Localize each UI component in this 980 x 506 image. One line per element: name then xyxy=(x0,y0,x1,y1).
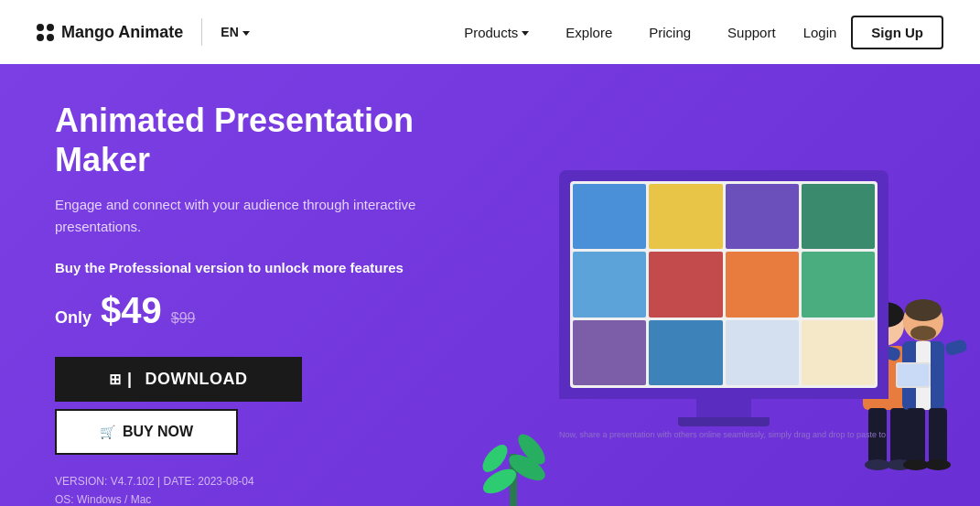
monitor-container: Now, share a presentation with others on… xyxy=(559,170,888,439)
separator: | xyxy=(127,370,133,389)
screen-thumb xyxy=(573,184,646,249)
screen-thumb xyxy=(726,184,799,249)
monitor-base xyxy=(696,399,751,417)
hero-subtitle: Engage and connect with your audience th… xyxy=(55,194,494,238)
nav-support[interactable]: Support xyxy=(727,25,776,40)
monitor-screen xyxy=(570,181,878,388)
navbar: Mango Animate EN Products Explore Pricin… xyxy=(0,0,980,64)
windows-icon: ⊞ xyxy=(109,371,122,388)
svg-rect-21 xyxy=(944,339,968,356)
hero-content: Animated Presentation Maker Engage and c… xyxy=(55,101,494,506)
nav-products[interactable]: Products xyxy=(464,25,529,40)
svg-point-25 xyxy=(925,459,951,470)
download-label: DOWNLOAD xyxy=(145,370,248,389)
language-label: EN xyxy=(221,25,238,39)
price-main: $49 xyxy=(101,290,162,331)
svg-rect-23 xyxy=(929,408,947,463)
screen-thumb xyxy=(726,320,799,385)
price-only-label: Only xyxy=(55,308,92,328)
download-button[interactable]: ⊞ | DOWNLOAD xyxy=(55,357,302,402)
version-text: VERSION: V4.7.102 | DATE: 2023-08-04 xyxy=(55,473,494,490)
screen-thumb xyxy=(649,252,722,317)
svg-point-16 xyxy=(905,299,942,321)
monitor-caption: Now, share a presentation with others on… xyxy=(559,430,888,439)
hero-promo: Buy the Professional version to unlock m… xyxy=(55,260,494,275)
logo-icon xyxy=(37,24,54,41)
screen-thumb xyxy=(726,252,799,317)
screen-thumb xyxy=(802,184,875,249)
screen-thumb xyxy=(802,252,875,317)
screen-thumb xyxy=(649,184,722,249)
svg-rect-27 xyxy=(898,364,929,386)
nav-actions: Login Sign Up xyxy=(803,16,943,49)
hero-section: Animated Presentation Maker Engage and c… xyxy=(0,64,980,506)
screen-thumb xyxy=(649,320,722,385)
version-info: VERSION: V4.7.102 | DATE: 2023-08-04 OS:… xyxy=(55,473,494,506)
monitor xyxy=(559,170,888,399)
buy-label: BUY NOW xyxy=(123,424,193,440)
screen-thumb xyxy=(573,320,646,385)
language-selector[interactable]: EN xyxy=(221,25,249,39)
divider xyxy=(201,18,202,46)
nav-explore[interactable]: Explore xyxy=(565,25,612,40)
screen-thumb xyxy=(573,252,646,317)
chevron-down-icon xyxy=(242,31,250,36)
hero-illustration: Now, share a presentation with others on… xyxy=(449,64,980,506)
svg-rect-22 xyxy=(907,408,925,463)
hero-title: Animated Presentation Maker xyxy=(55,101,494,179)
login-button[interactable]: Login xyxy=(803,25,837,40)
signup-button[interactable]: Sign Up xyxy=(851,16,943,49)
price-old: $99 xyxy=(171,310,196,327)
logo-area: Mango Animate xyxy=(37,23,183,42)
chevron-down-icon xyxy=(522,31,529,36)
buy-now-button[interactable]: 🛒 BUY NOW xyxy=(55,409,238,455)
monitor-stand xyxy=(678,417,770,426)
cart-icon: 🛒 xyxy=(100,425,115,439)
svg-point-17 xyxy=(910,326,936,340)
os-text: OS: Windows / Mac xyxy=(55,491,494,506)
screen-thumb xyxy=(802,320,875,385)
svg-rect-12 xyxy=(890,408,909,463)
svg-point-13 xyxy=(865,459,890,470)
nav-links: Products Explore Pricing Support xyxy=(464,25,775,40)
price-area: Only $49 $99 xyxy=(55,290,494,331)
svg-point-24 xyxy=(903,459,929,470)
brand-name: Mango Animate xyxy=(61,23,183,42)
nav-pricing[interactable]: Pricing xyxy=(649,25,691,40)
